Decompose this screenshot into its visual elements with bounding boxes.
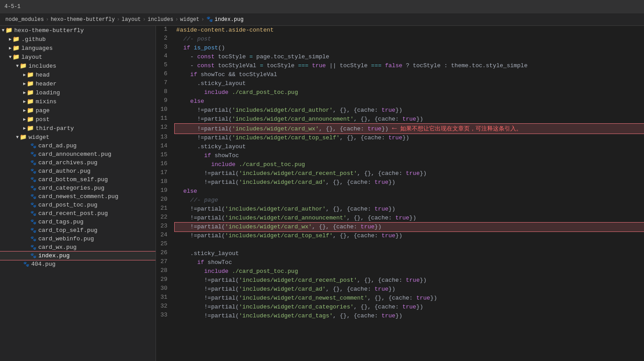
- line-content-32[interactable]: !=partial('includes/widget/card_categori…: [175, 303, 644, 312]
- line-num-26: 26: [156, 249, 175, 258]
- line-content-19[interactable]: else: [175, 187, 644, 196]
- sidebar-widget-label: widget: [29, 134, 49, 141]
- sidebar[interactable]: ▼ 📁 hexo-theme-butterfly ▶ 📁 .github ▶ 📁…: [0, 26, 156, 361]
- sidebar-root-label: hexo-theme-butterfly: [14, 27, 84, 34]
- line-content-3[interactable]: if is_post(): [175, 44, 644, 53]
- line-content-24[interactable]: !=partial('includes/widget/card_top_self…: [175, 231, 644, 240]
- sidebar-card-webinfo-label: card_webinfo.pug: [38, 235, 94, 242]
- line-17: 17 !=partial('includes/widget/card_recen…: [156, 169, 644, 178]
- line-content-22[interactable]: !=partial('includes/widget/card_announce…: [175, 214, 644, 223]
- sidebar-item-card-newest-comment[interactable]: 🐾 card_newest_comment.pug: [0, 192, 156, 201]
- line-content-33[interactable]: !=partial('includes/widget/card_tags', {…: [175, 312, 644, 320]
- sidebar-item-mixins[interactable]: ▶ 📁 mixins: [0, 97, 156, 106]
- line-num-5: 5: [156, 61, 175, 70]
- sidebar-item-includes[interactable]: ▼ 📁 includes: [0, 61, 156, 70]
- main-layout: ▼ 📁 hexo-theme-butterfly ▶ 📁 .github ▶ 📁…: [0, 26, 644, 361]
- sidebar-item-card-wx[interactable]: 🐾 card_wx.pug: [0, 243, 156, 251]
- line-content-29[interactable]: !=partial('includes/widget/card_recent_p…: [175, 276, 644, 285]
- sidebar-item-root[interactable]: ▼ 📁 hexo-theme-butterfly: [0, 26, 156, 35]
- line-content-1[interactable]: #aside-content.aside-content: [175, 26, 644, 35]
- folder-icon-layout: 📁: [12, 53, 20, 61]
- line-content-28[interactable]: include ./card_post_toc.pug: [175, 267, 644, 276]
- breadcrumb-hexo-theme-butterfly[interactable]: hexo-theme-butterfly: [51, 16, 115, 23]
- pug-icon: 🐾: [30, 143, 37, 149]
- line-content-21[interactable]: !=partial('includes/widget/card_author',…: [175, 205, 644, 214]
- line-num-1: 1: [156, 26, 175, 35]
- sidebar-item-404[interactable]: 🐾 404.pug: [0, 260, 156, 268]
- line-num-20: 20: [156, 196, 175, 205]
- line-content-13[interactable]: !=partial('includes/widget/card_top_self…: [175, 134, 644, 142]
- sidebar-item-head[interactable]: ▶ 📁 head: [0, 70, 156, 79]
- sidebar-item-card-tags[interactable]: 🐾 card_tags.pug: [0, 218, 156, 226]
- sidebar-item-github[interactable]: ▶ 📁 .github: [0, 35, 156, 44]
- line-content-11[interactable]: !=partial('includes/widget/card_announce…: [175, 115, 644, 124]
- sidebar-item-index[interactable]: 🐾 index.pug: [0, 251, 156, 260]
- line-content-12[interactable]: !=partial('includes/widget/card_wx', {},…: [175, 124, 644, 134]
- line-content-9[interactable]: else: [175, 97, 644, 106]
- sidebar-page-label: page: [36, 107, 49, 114]
- sidebar-item-card-webinfo[interactable]: 🐾 card_webinfo.pug: [0, 235, 156, 243]
- pug-icon: 🐾: [30, 194, 37, 199]
- line-content-7[interactable]: .sticky_layout: [175, 79, 644, 88]
- sidebar-item-third-party[interactable]: ▶ 📁 third-party: [0, 124, 156, 133]
- line-content-5[interactable]: - const tocStyleVal = tocStyle === true …: [175, 61, 644, 70]
- breadcrumb-node-modules[interactable]: node_modules: [5, 16, 44, 23]
- sidebar-item-card-announcement[interactable]: 🐾 card_announcement.pug: [0, 150, 156, 158]
- sidebar-item-header[interactable]: ▶ 📁 header: [0, 79, 156, 88]
- pug-icon: 🐾: [30, 227, 37, 233]
- line-3: 3 if is_post(): [156, 44, 644, 53]
- sidebar-card-newest-comment-label: card_newest_comment.pug: [38, 193, 118, 200]
- sidebar-item-card-ad[interactable]: 🐾 card_ad.pug: [0, 142, 156, 150]
- line-num-12: 12: [156, 124, 175, 134]
- sidebar-item-card-archives[interactable]: 🐾 card_archives.pug: [0, 158, 156, 167]
- sidebar-item-card-categories[interactable]: 🐾 card_categories.pug: [0, 184, 156, 192]
- line-content-20[interactable]: //- page: [175, 196, 644, 205]
- line-content-15[interactable]: if showToc: [175, 151, 644, 160]
- editor-area[interactable]: 1 #aside-content.aside-content 2 //- pos…: [156, 26, 644, 361]
- sidebar-item-card-top-self[interactable]: 🐾 card_top_self.pug: [0, 226, 156, 235]
- line-content-26[interactable]: .sticky_layout: [175, 249, 644, 258]
- sidebar-item-post[interactable]: ▶ 📁 post: [0, 115, 156, 124]
- line-content-25[interactable]: [175, 240, 644, 249]
- sidebar-item-card-bottom-self[interactable]: 🐾 card_bottom_self.pug: [0, 175, 156, 184]
- line-content-8[interactable]: include ./card_post_toc.pug: [175, 88, 644, 97]
- breadcrumb-layout[interactable]: layout: [122, 16, 141, 23]
- line-content-18[interactable]: !=partial('includes/widget/card_ad', {},…: [175, 178, 644, 187]
- line-7: 7 .sticky_layout: [156, 79, 644, 88]
- sidebar-third-party-label: third-party: [36, 125, 74, 132]
- sidebar-item-layout[interactable]: ▼ 📁 layout: [0, 53, 156, 61]
- pug-icon: 🐾: [30, 160, 37, 166]
- line-content-30[interactable]: !=partial('includes/widget/card_ad', {},…: [175, 285, 644, 294]
- line-28: 28 include ./card_post_toc.pug: [156, 267, 644, 276]
- code-table: 1 #aside-content.aside-content 2 //- pos…: [156, 26, 644, 320]
- breadcrumb-widget[interactable]: widget: [180, 16, 199, 23]
- line-content-4[interactable]: - const tocStyle = page.toc_style_simple: [175, 53, 644, 61]
- line-content-27[interactable]: if showToc: [175, 258, 644, 267]
- line-content-2[interactable]: //- post: [175, 35, 644, 44]
- line-content-6[interactable]: if showToc && tocStyleVal: [175, 70, 644, 79]
- line-content-31[interactable]: !=partial('includes/widget/card_newest_c…: [175, 294, 644, 303]
- line-content-16[interactable]: include ./card_post_toc.pug: [175, 160, 644, 169]
- sidebar-item-card-author[interactable]: 🐾 card_author.pug: [0, 167, 156, 175]
- line-num-8: 8: [156, 88, 175, 97]
- line-num-29: 29: [156, 276, 175, 285]
- line-content-23[interactable]: !=partial('includes/widget/card_wx', {},…: [175, 223, 644, 231]
- line-content-14[interactable]: .sticky_layout: [175, 142, 644, 151]
- line-12: 12 !=partial('includes/widget/card_wx', …: [156, 124, 644, 134]
- sidebar-item-card-recent-post[interactable]: 🐾 card_recent_post.pug: [0, 209, 156, 218]
- sidebar-item-loading[interactable]: ▶ 📁 loading: [0, 88, 156, 97]
- breadcrumb-index-pug[interactable]: index.pug: [215, 16, 244, 23]
- pug-icon: 🐾: [30, 151, 37, 157]
- sidebar-item-languages[interactable]: ▶ 📁 languages: [0, 44, 156, 53]
- line-content-10[interactable]: !=partial('includes/widget/card_author',…: [175, 106, 644, 115]
- sidebar-card-top-self-label: card_top_self.pug: [38, 227, 98, 234]
- line-num-17: 17: [156, 169, 175, 178]
- sidebar-item-page[interactable]: ▶ 📁 page: [0, 106, 156, 115]
- sidebar-card-recent-post-label: card_recent_post.pug: [38, 210, 108, 217]
- line-30: 30 !=partial('includes/widget/card_ad', …: [156, 285, 644, 294]
- sidebar-item-widget[interactable]: ▼ 📁 widget: [0, 133, 156, 142]
- line-num-28: 28: [156, 267, 175, 276]
- breadcrumb-includes[interactable]: includes: [148, 16, 173, 23]
- line-content-17[interactable]: !=partial('includes/widget/card_recent_p…: [175, 169, 644, 178]
- sidebar-item-card-post-toc[interactable]: 🐾 card_post_toc.pug: [0, 201, 156, 209]
